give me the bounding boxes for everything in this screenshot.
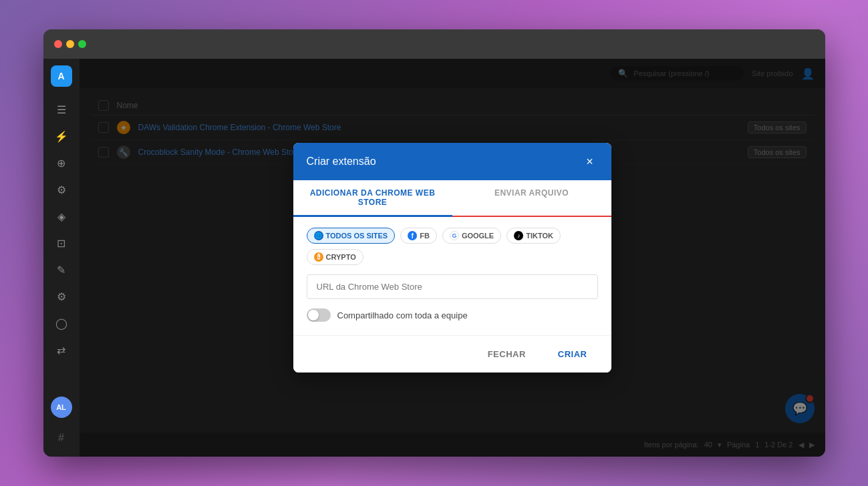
sidebar-item-settings2[interactable]: ⚙ [49,284,74,308]
browser-window: A ☰ ⚡ ⊕ ⚙ ◈ ⊡ ✎ ⚙ ◯ ⇄ AL # 🔍 Pesquisar (… [43,29,825,457]
modal-tabs: ADICIONAR DA CHROME WEB STORE ENVIAR ARQ… [293,180,611,217]
tab-send-file[interactable]: ENVIAR ARQUIVO [452,180,611,217]
sidebar-logo[interactable]: A [51,65,72,87]
close-button[interactable]: FECHAR [477,344,537,364]
close-window-button[interactable] [54,40,62,48]
browser-chrome [43,29,825,59]
modal-header: Criar extensão × [293,143,611,180]
chip-crypto[interactable]: ₿ CRYPTO [307,249,364,265]
main-area: 🔍 Pesquisar (pressione /) Site proibido … [80,59,825,457]
traffic-lights [54,40,86,48]
sidebar-item-circle[interactable]: ◯ [49,311,74,335]
sidebar-item-hash[interactable]: # [49,426,74,450]
sidebar-item-copy[interactable]: ⊡ [49,231,74,255]
share-toggle[interactable] [307,308,331,322]
chip-fb[interactable]: f FB [400,228,437,244]
modal-title: Criar extensão [307,156,376,168]
sidebar-item-menu[interactable]: ☰ [49,97,74,121]
sidebar: A ☰ ⚡ ⊕ ⚙ ◈ ⊡ ✎ ⚙ ◯ ⇄ AL # [43,59,80,457]
modal-close-button[interactable]: × [582,154,598,170]
browser-content: A ☰ ⚡ ⊕ ⚙ ◈ ⊡ ✎ ⚙ ◯ ⇄ AL # 🔍 Pesquisar (… [43,59,825,457]
tab-chrome-web-store[interactable]: ADICIONAR DA CHROME WEB STORE [293,180,452,217]
modal-dialog: Criar extensão × ADICIONAR DA CHROME WEB… [293,143,611,373]
minimize-window-button[interactable] [66,40,74,48]
toggle-knob [308,310,319,320]
modal-overlay: Criar extensão × ADICIONAR DA CHROME WEB… [80,59,825,457]
sidebar-item-arrows[interactable]: ⇄ [49,338,74,362]
sidebar-item-edit[interactable]: ✎ [49,258,74,282]
sidebar-item-bolt[interactable]: ⚡ [49,124,74,148]
share-row: Compartilhado com toda a equipe [307,308,598,322]
google-icon: G [450,231,459,240]
create-button[interactable]: CRIAR [547,344,598,364]
avatar[interactable]: AL [51,397,72,418]
sidebar-item-settings1[interactable]: ⚙ [49,178,74,202]
filter-chips: 🌐 TODOS OS SITES f FB G GOOGLE [307,228,598,265]
share-label: Compartilhado com toda a equipe [337,310,468,320]
modal-footer: FECHAR CRIAR [293,335,611,373]
chip-all-sites[interactable]: 🌐 TODOS OS SITES [307,228,396,244]
globe-icon: 🌐 [314,231,323,240]
chip-tiktok[interactable]: ♪ TIKTOK [507,228,561,244]
chip-google[interactable]: G GOOGLE [442,228,501,244]
url-input[interactable] [307,274,598,299]
maximize-window-button[interactable] [78,40,86,48]
sidebar-item-puzzle[interactable]: ◈ [49,204,74,228]
modal-body: 🌐 TODOS OS SITES f FB G GOOGLE [293,217,611,335]
tiktok-icon: ♪ [514,231,523,240]
bitcoin-icon: ₿ [314,252,323,262]
sidebar-item-link[interactable]: ⊕ [49,151,74,175]
facebook-icon: f [408,231,417,240]
